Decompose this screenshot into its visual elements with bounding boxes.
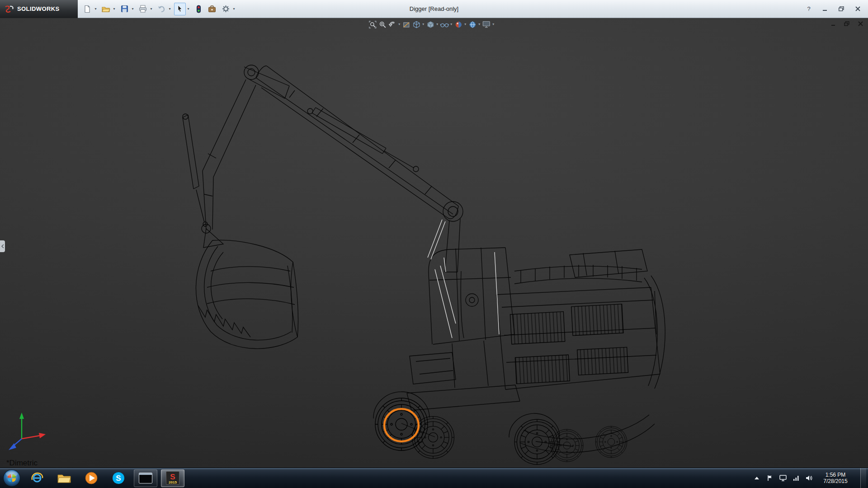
minimize-button[interactable] xyxy=(820,5,830,13)
taskbar-clock[interactable]: 1:56 PM 7/28/2015 xyxy=(818,472,853,484)
edit-appearance-sphere-icon xyxy=(454,21,462,28)
save-floppy-icon xyxy=(121,5,128,13)
tray-expand-arrow-icon xyxy=(754,476,760,480)
select-button[interactable] xyxy=(174,3,186,15)
feature-panel-collapse-tab[interactable] xyxy=(0,240,5,252)
start-button[interactable] xyxy=(0,468,24,488)
action-center-button[interactable] xyxy=(766,474,774,482)
undo-dropdown[interactable]: ▾ xyxy=(167,3,172,15)
options-dropdown[interactable]: ▾ xyxy=(231,3,236,15)
model-canvas[interactable] xyxy=(0,18,868,468)
edit-appearance-button[interactable] xyxy=(453,19,463,29)
doc-minimize-button[interactable] xyxy=(829,20,837,27)
window-controls: ? xyxy=(804,5,868,13)
rebuild-button[interactable] xyxy=(193,3,204,15)
view-orientation-button[interactable] xyxy=(411,19,421,29)
zoom-to-fit-button[interactable] xyxy=(368,19,377,29)
open-button[interactable] xyxy=(100,3,112,15)
close-icon xyxy=(855,6,860,11)
minimize-icon xyxy=(823,7,827,11)
print-dropdown[interactable]: ▾ xyxy=(149,3,154,15)
new-document-icon xyxy=(84,5,91,13)
apply-scene-button[interactable] xyxy=(467,19,477,29)
system-tray: 1:56 PM 7/28/2015 xyxy=(753,468,868,488)
graphics-viewport[interactable]: ▾ ▾ ▾ xyxy=(0,18,868,468)
main-toolbar: ▾ ▾ ▾ xyxy=(81,3,238,15)
section-view-button[interactable] xyxy=(401,19,411,29)
media-player-icon xyxy=(84,471,99,485)
taskbar-apps: S S 2015 xyxy=(24,468,186,488)
monitor-icon xyxy=(779,475,787,481)
doc-close-icon xyxy=(858,21,863,26)
titlebar: SOLIDWORKS Digger [Read-only] ▾ ▾ xyxy=(0,0,868,18)
internet-explorer-button[interactable] xyxy=(24,468,51,488)
clock-date: 7/28/2015 xyxy=(818,478,853,484)
action-center-flag-icon xyxy=(767,475,773,481)
solidworks-icon-letter: S xyxy=(170,473,175,481)
close-button[interactable] xyxy=(853,5,863,13)
undo-button[interactable] xyxy=(156,3,167,15)
solidworks-icon: S 2015 xyxy=(166,471,179,485)
windows-start-orb-icon xyxy=(3,469,21,487)
solidworks-year-badge: 2015 xyxy=(166,480,179,484)
apply-scene-dropdown[interactable]: ▾ xyxy=(477,19,481,29)
show-hidden-icons-button[interactable] xyxy=(753,474,761,482)
save-button[interactable] xyxy=(118,3,130,15)
options-button[interactable] xyxy=(220,3,231,15)
show-desktop-button[interactable] xyxy=(860,468,866,488)
view-orientation-cube-icon xyxy=(412,21,420,28)
doc-close-button[interactable] xyxy=(856,20,864,27)
view-settings-icon xyxy=(482,21,491,28)
restore-button[interactable] xyxy=(836,5,846,13)
zoom-to-fit-icon xyxy=(368,21,376,28)
save-dropdown[interactable]: ▾ xyxy=(130,3,135,15)
display-style-icon xyxy=(426,21,434,28)
file-properties-icon xyxy=(208,5,216,13)
zoom-to-area-icon xyxy=(378,21,386,28)
section-view-icon xyxy=(402,21,410,28)
new-document-dropdown[interactable]: ▾ xyxy=(93,3,98,15)
solidworks-logo: SOLIDWORKS xyxy=(0,0,78,18)
solidworks-logo-icon xyxy=(4,5,14,13)
previous-view-button[interactable] xyxy=(387,19,397,29)
document-window-controls xyxy=(829,20,864,27)
open-dropdown[interactable]: ▾ xyxy=(112,3,117,15)
network-icon xyxy=(793,475,799,481)
display-style-dropdown[interactable]: ▾ xyxy=(435,19,439,29)
select-dropdown[interactable]: ▾ xyxy=(186,3,191,15)
print-icon xyxy=(139,5,147,13)
view-settings-button[interactable] xyxy=(481,19,491,29)
display-settings-tray-button[interactable] xyxy=(779,474,787,482)
doc-restore-button[interactable] xyxy=(843,20,851,27)
solidworks-taskbar-button[interactable]: S 2015 xyxy=(161,469,184,487)
svg-text:S: S xyxy=(116,474,121,483)
doc-restore-icon xyxy=(844,21,849,26)
display-style-button[interactable] xyxy=(425,19,435,29)
apply-scene-globe-icon xyxy=(468,21,476,28)
folder-icon xyxy=(57,472,71,484)
hide-show-items-button[interactable] xyxy=(439,19,449,29)
command-prompt-button[interactable] xyxy=(134,469,157,487)
zoom-to-area-button[interactable] xyxy=(377,19,387,29)
hide-show-items-dropdown[interactable]: ▾ xyxy=(449,19,453,29)
new-document-button[interactable] xyxy=(81,3,93,15)
collapse-arrow-icon xyxy=(1,244,4,248)
media-player-button[interactable] xyxy=(78,468,105,488)
windows-explorer-button[interactable] xyxy=(51,468,78,488)
volume-tray-button[interactable] xyxy=(805,474,813,482)
print-button[interactable] xyxy=(137,3,149,15)
skype-icon: S xyxy=(111,471,126,485)
undo-arrow-icon xyxy=(157,5,165,13)
help-button[interactable]: ? xyxy=(804,5,814,13)
view-settings-dropdown[interactable]: ▾ xyxy=(491,19,495,29)
edit-appearance-dropdown[interactable]: ▾ xyxy=(463,19,467,29)
speaker-icon xyxy=(806,475,813,481)
file-properties-button[interactable] xyxy=(206,3,218,15)
logo-text: SOLIDWORKS xyxy=(17,5,60,12)
doc-minimize-icon xyxy=(831,21,836,26)
rebuild-icon xyxy=(196,5,201,13)
previous-view-dropdown[interactable]: ▾ xyxy=(397,19,401,29)
view-orientation-dropdown[interactable]: ▾ xyxy=(421,19,425,29)
network-tray-button[interactable] xyxy=(792,474,800,482)
skype-button[interactable]: S xyxy=(105,468,132,488)
